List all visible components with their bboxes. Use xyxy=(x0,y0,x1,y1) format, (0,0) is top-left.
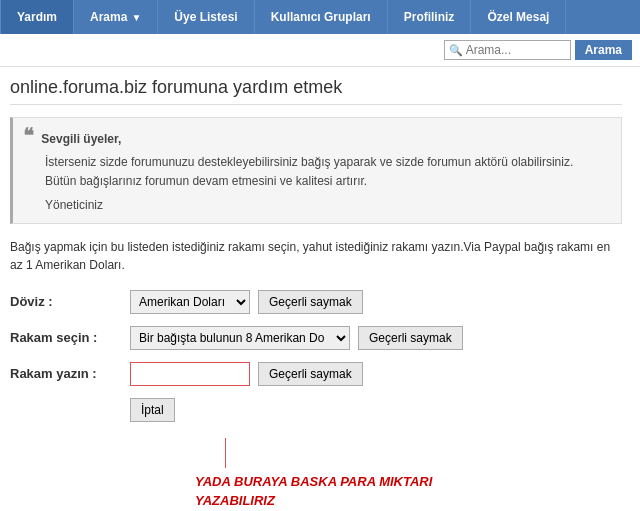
search-button[interactable]: Arama xyxy=(575,40,632,60)
navbar-item-yardim[interactable]: Yardım xyxy=(0,0,74,34)
amount-write-label: Rakam yazın : xyxy=(10,366,130,381)
navbar: Yardım Arama ▼ Üye Listesi Kullanıcı Gru… xyxy=(0,0,640,34)
main-content: online.foruma.biz forumuna yardım etmek … xyxy=(0,67,640,511)
search-icon: 🔍 xyxy=(449,44,463,57)
amount-select-controls: Bir bağışta bulunun 8 Amerikan Do Geçerl… xyxy=(130,326,463,350)
navbar-label-profiliniz: Profiliniz xyxy=(404,10,455,24)
description-text: Bağış yapmak için bu listeden istediğini… xyxy=(10,238,622,274)
chevron-down-icon: ▼ xyxy=(131,12,141,23)
note-text: YADA BURAYA BASKA PARA MIKTARIYAZABILIRI… xyxy=(195,472,622,511)
navbar-label-kullanicigrup: Kullanıcı Grupları xyxy=(271,10,371,24)
amount-write-controls: Geçerli saymak xyxy=(130,362,363,386)
navbar-label-ozelmesaj: Özel Mesaj xyxy=(487,10,549,24)
quote-salutation: ❝ Sevgili üyeler, xyxy=(23,126,611,149)
currency-row: Döviz : Amerikan Doları Geçerli saymak xyxy=(10,290,622,314)
cancel-button[interactable]: İptal xyxy=(130,398,175,422)
navbar-item-profiliniz[interactable]: Profiliniz xyxy=(388,0,472,34)
navbar-label-arama: Arama xyxy=(90,10,127,24)
currency-validate-button[interactable]: Geçerli saymak xyxy=(258,290,363,314)
navbar-label-uyelistesi: Üye Listesi xyxy=(174,10,237,24)
currency-select[interactable]: Amerikan Doları xyxy=(130,290,250,314)
donation-form: Döviz : Amerikan Doları Geçerli saymak R… xyxy=(10,290,622,422)
navbar-item-ozelmesaj[interactable]: Özel Mesaj xyxy=(471,0,566,34)
page-title: online.foruma.biz forumuna yardım etmek xyxy=(10,77,622,105)
navbar-item-arama[interactable]: Arama ▼ xyxy=(74,0,158,34)
quote-line1: İsterseniz sizde forumunuzu destekleyebi… xyxy=(45,153,611,172)
arrow-note-area: YADA BURAYA BASKA PARA MIKTARIYAZABILIRI… xyxy=(165,438,622,511)
arrow-line xyxy=(225,438,226,468)
search-bar-area: 🔍 Arama xyxy=(0,34,640,67)
amount-select[interactable]: Bir bağışta bulunun 8 Amerikan Do xyxy=(130,326,350,350)
navbar-item-kullanicigrup[interactable]: Kullanıcı Grupları xyxy=(255,0,388,34)
amount-select-label: Rakam seçin : xyxy=(10,330,130,345)
navbar-label-yardim: Yardım xyxy=(17,10,57,24)
amount-select-row: Rakam seçin : Bir bağışta bulunun 8 Amer… xyxy=(10,326,622,350)
write-validate-button[interactable]: Geçerli saymak xyxy=(258,362,363,386)
amount-write-row: Rakam yazın : Geçerli saymak xyxy=(10,362,622,386)
navbar-item-uyelistesi[interactable]: Üye Listesi xyxy=(158,0,254,34)
amount-validate-button[interactable]: Geçerli saymak xyxy=(358,326,463,350)
search-input[interactable] xyxy=(466,43,566,57)
quote-box: ❝ Sevgili üyeler, İsterseniz sizde forum… xyxy=(10,117,622,224)
currency-controls: Amerikan Doları Geçerli saymak xyxy=(130,290,363,314)
search-box: 🔍 xyxy=(444,40,571,60)
currency-label: Döviz : xyxy=(10,294,130,309)
cancel-row: İptal xyxy=(10,398,622,422)
quote-signature: Yöneticiniz xyxy=(45,196,611,215)
quote-line2: Bütün bağışlarınız forumun devam etmesin… xyxy=(45,172,611,191)
amount-write-input[interactable] xyxy=(130,362,250,386)
quote-mark-icon: ❝ xyxy=(23,126,34,146)
